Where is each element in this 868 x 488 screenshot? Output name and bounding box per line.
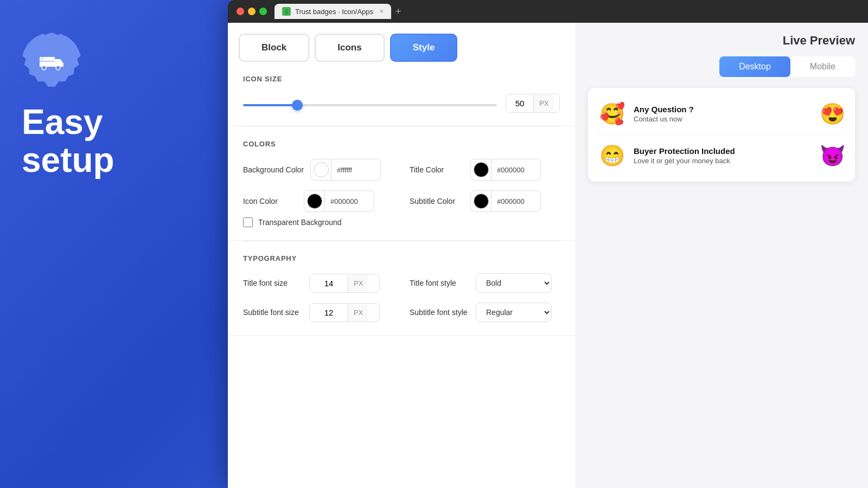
title-font-size-unit: PX: [348, 275, 368, 292]
icon-swatch-inner: [307, 194, 322, 209]
close-traffic-light[interactable]: [237, 8, 244, 15]
icon-color-label: Icon Color: [243, 197, 297, 206]
left-hero-section: Easy setup: [0, 0, 228, 488]
transparent-bg-row: Transparent Background: [243, 217, 560, 227]
subtitle-font-size-label: Subtitle font size: [243, 308, 303, 317]
app-badge-icon: [22, 33, 81, 92]
icon-color-picker[interactable]: [304, 190, 374, 212]
icon-size-slider-container: [243, 99, 497, 108]
preview-item-2-title: Buyer Protection Included: [634, 146, 812, 156]
title-font-style-select[interactable]: Bold Regular Italic Light: [476, 273, 552, 293]
subtitle-font-style-label: Subtitle font style: [410, 308, 469, 317]
traffic-lights: [237, 8, 267, 15]
title-color-row: Title Color: [410, 159, 560, 181]
icon-size-section: ICON SIZE PX: [228, 62, 575, 126]
preview-item-2-text: Buyer Protection Included Love it or get…: [634, 146, 812, 165]
icon-size-slider[interactable]: [243, 104, 497, 106]
active-tab[interactable]: 💲 Trust badges · Icon/Apps ×: [275, 4, 391, 19]
preview-items-list: 🥰 Any Question ? Contact us now 😍 😁 Buye…: [588, 88, 855, 182]
transparent-bg-label: Transparent Background: [258, 218, 342, 227]
title-color-label: Title Color: [410, 165, 464, 174]
preview-panel: Live Preview Desktop Mobile 🥰 Any Questi…: [575, 23, 868, 488]
main-tabs-row: Block Icons Style: [228, 23, 575, 62]
preview-item-1-text: Any Question ? Contact us now: [634, 105, 812, 123]
title-font-style-row: Title font style Bold Regular Italic Lig…: [410, 273, 560, 293]
preview-item-2-emoji-left: 😁: [598, 142, 626, 170]
subtitle-font-size-row: Subtitle font size PX: [243, 303, 393, 322]
svg-point-1: [56, 66, 60, 70]
title-color-picker[interactable]: [470, 159, 541, 181]
mobile-preview-btn[interactable]: Mobile: [790, 56, 855, 77]
subtitle-color-swatch[interactable]: [471, 191, 492, 211]
subtitle-font-size-input-box: PX: [309, 303, 380, 322]
background-color-picker[interactable]: [310, 159, 381, 181]
subtitle-font-size-input[interactable]: [310, 304, 348, 322]
background-swatch-inner: [314, 162, 329, 177]
tab-icons[interactable]: Icons: [315, 34, 384, 62]
transparent-bg-checkbox[interactable]: [243, 217, 253, 227]
icon-color-input[interactable]: [325, 197, 374, 206]
subtitle-swatch-inner: [474, 194, 489, 209]
typography-grid: Title font size PX Title font style Bold…: [243, 273, 560, 322]
browser-content: Block Icons Style ICON SIZE PX: [228, 23, 868, 488]
title-font-size-input-box: PX: [309, 274, 380, 293]
preview-item-1: 🥰 Any Question ? Contact us now 😍: [588, 93, 855, 134]
settings-panel: Block Icons Style ICON SIZE PX: [228, 23, 575, 488]
preview-item-2: 😁 Buyer Protection Included Love it or g…: [588, 135, 855, 176]
colors-title: COLORS: [243, 140, 560, 148]
subtitle-color-picker[interactable]: [470, 190, 541, 212]
background-color-input[interactable]: [331, 166, 380, 174]
colors-section: COLORS Background Color: [228, 127, 575, 241]
icon-color-swatch[interactable]: [304, 191, 325, 211]
tab-favicon-icon: 💲: [282, 7, 291, 16]
desktop-preview-btn[interactable]: Desktop: [719, 56, 790, 77]
colors-grid: Background Color Title Color: [243, 159, 560, 212]
preview-item-2-subtitle: Love it or get your money back: [634, 157, 812, 165]
title-font-size-row: Title font size PX: [243, 273, 393, 293]
new-tab-button[interactable]: +: [395, 6, 401, 17]
typography-section: TYPOGRAPHY Title font size PX Title font…: [228, 241, 575, 336]
title-color-swatch[interactable]: [471, 159, 492, 180]
tab-style[interactable]: Style: [390, 34, 458, 62]
browser-window: 💲 Trust badges · Icon/Apps × + Block Ico…: [228, 0, 868, 488]
typography-title: TYPOGRAPHY: [243, 254, 560, 262]
icon-color-row: Icon Color: [243, 190, 393, 212]
background-color-label: Background Color: [243, 165, 304, 174]
subtitle-font-style-select[interactable]: Regular Bold Italic Light: [476, 303, 552, 322]
tab-label: Trust badges · Icon/Apps: [295, 8, 373, 16]
icon-size-title: ICON SIZE: [243, 75, 560, 83]
icon-size-row: PX: [243, 94, 560, 113]
hero-text: Easy setup: [22, 103, 114, 179]
preview-item-1-subtitle: Contact us now: [634, 115, 812, 123]
minimize-traffic-light[interactable]: [248, 8, 256, 15]
title-color-input[interactable]: [492, 166, 540, 174]
icon-size-unit: PX: [533, 95, 554, 112]
preview-item-2-emoji-right: 😈: [820, 144, 845, 168]
title-font-size-label: Title font size: [243, 279, 303, 287]
preview-item-1-title: Any Question ?: [634, 105, 812, 114]
icon-size-input[interactable]: [506, 94, 533, 112]
subtitle-font-style-row: Subtitle font style Regular Bold Italic …: [410, 303, 560, 322]
icon-size-input-box: PX: [506, 94, 560, 113]
preview-item-1-emoji-right: 😍: [820, 102, 845, 126]
tab-block[interactable]: Block: [239, 34, 309, 62]
title-font-style-label: Title font style: [410, 279, 469, 287]
maximize-traffic-light[interactable]: [259, 8, 267, 15]
title-swatch-inner: [474, 162, 489, 177]
svg-point-0: [42, 66, 46, 70]
background-color-swatch[interactable]: [311, 159, 331, 180]
preview-item-1-emoji-left: 🥰: [598, 100, 626, 128]
preview-title: Live Preview: [588, 34, 855, 48]
title-bar: 💲 Trust badges · Icon/Apps × +: [228, 0, 868, 23]
truck-icon: [36, 47, 67, 78]
title-font-size-input[interactable]: [310, 274, 348, 292]
subtitle-color-row: Subtitle Color: [410, 190, 560, 212]
subtitle-color-label: Subtitle Color: [410, 197, 464, 206]
tab-close-button[interactable]: ×: [380, 8, 384, 15]
subtitle-font-size-unit: PX: [348, 304, 368, 321]
background-color-row: Background Color: [243, 159, 393, 181]
device-tabs: Desktop Mobile: [588, 56, 855, 77]
tab-bar: 💲 Trust badges · Icon/Apps × +: [275, 4, 401, 19]
subtitle-color-input[interactable]: [492, 197, 540, 206]
